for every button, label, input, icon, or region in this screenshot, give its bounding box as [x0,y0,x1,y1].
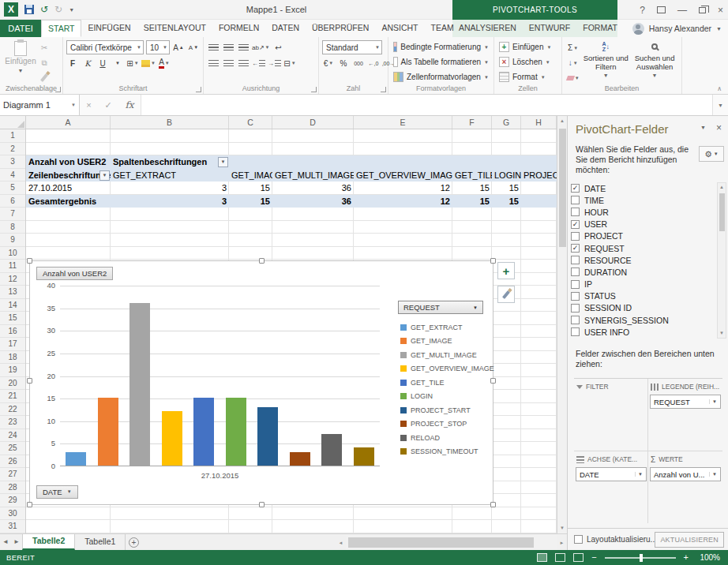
row-header-21[interactable]: 21 [0,390,25,403]
align-center-icon[interactable] [222,57,235,70]
scroll-down-icon[interactable]: ▼ [718,329,726,338]
row-header-12[interactable]: 12 [0,273,25,286]
bar-GET_IMAGE[interactable] [98,398,118,466]
legend-field-pill[interactable]: REQUEST▼ [650,395,721,409]
insert-function-icon[interactable]: fx [125,99,133,110]
cancel-icon[interactable]: × [86,100,91,110]
cell-E5[interactable]: 12 [354,181,452,195]
field-checkbox[interactable] [571,316,580,324]
zoom-out-icon[interactable]: − [591,553,596,562]
account-button[interactable]: Hansy Alexander ▼ [632,20,722,37]
row-header-10[interactable]: 10 [0,247,25,260]
cell-D5[interactable]: 36 [272,181,354,195]
chart-handle[interactable] [27,258,32,264]
bar-SESSION_TIMEOUT[interactable] [354,447,374,466]
row-header-2[interactable]: 2 [0,143,25,156]
row-header-19[interactable]: 19 [0,364,25,377]
percent-icon[interactable]: % [337,57,350,70]
chart-handle[interactable] [490,502,496,507]
column-header-E[interactable]: E [354,116,452,129]
fill-icon[interactable]: ↓▼ [565,56,580,69]
bar-LOGIN[interactable] [226,398,246,466]
tab-analysieren[interactable]: ANALYSIEREN [452,20,523,37]
field-checkbox[interactable] [571,292,580,301]
chart-handle[interactable] [259,258,265,264]
row-header-13[interactable]: 13 [0,286,25,299]
row-header-22[interactable]: 22 [0,403,25,417]
format-cells-button[interactable]: Format▼ [497,69,558,84]
increase-indent-icon[interactable]: → [268,57,281,70]
cell-D4[interactable]: GET_MULTI_IMAGE [272,169,354,182]
cell-C5[interactable]: 15 [229,181,272,195]
grid-cells[interactable]: Anzahl von USER2Spaltenbeschriftungen▼Ze… [26,129,557,533]
pane-close-icon[interactable]: × [716,122,722,133]
help-icon[interactable]: ? [640,5,645,16]
dialog-launcher-icon[interactable] [381,87,386,92]
minimize-icon[interactable]: — [677,5,687,16]
increase-decimal-icon[interactable]: ←,0 [367,57,380,70]
row-header-18[interactable]: 18 [0,351,25,365]
field-checkbox[interactable]: ✓ [571,244,580,253]
conditional-formatting-button[interactable]: Bedingte Formatierung▼ [392,39,490,54]
cell-G5[interactable]: 15 [492,181,521,195]
vertical-scrollbar[interactable]: ▲ ▼ [557,116,567,533]
cell-B6[interactable]: 3 [111,195,229,208]
row-header-4[interactable]: 4 [0,169,25,182]
axis-field-pill[interactable]: DATE▼ [576,467,647,481]
field-item-RESOURCE[interactable]: RESOURCE [571,254,716,266]
sheet-nav-prev-icon[interactable]: ◄ [0,534,11,550]
bar-PROJECT_STOP[interactable] [290,452,310,466]
decrease-indent-icon[interactable]: ← [252,57,265,70]
row-header-5[interactable]: 5 [0,181,25,195]
zoom-slider[interactable] [605,557,676,559]
field-checkbox[interactable] [571,280,580,289]
row-header-20[interactable]: 20 [0,377,25,391]
field-item-PROJECT[interactable]: PROJECT [571,230,716,242]
field-list-scroll-thumb[interactable] [719,193,725,231]
chart-handle[interactable] [259,502,265,507]
field-checkbox[interactable]: ✓ [571,220,580,229]
row-header-9[interactable]: 9 [0,234,25,247]
chart-handle[interactable] [490,378,496,384]
defer-layout-checkbox[interactable] [574,535,583,544]
row-header-7[interactable]: 7 [0,208,25,221]
tab-überprüfen[interactable]: ÜBERPRÜFEN [306,20,375,37]
row-header-11[interactable]: 11 [0,260,25,273]
align-top-icon[interactable] [207,41,220,54]
page-break-view-icon[interactable] [573,553,584,562]
sheet-tab-tabelle2[interactable]: Tabelle2 [22,534,75,550]
chart-styles-button[interactable] [497,286,515,303]
chart-elements-button[interactable]: + [497,262,515,279]
merge-center-icon[interactable]: ⊟▼ [283,57,296,70]
orientation-icon[interactable]: ab↗▼ [252,41,270,54]
scroll-right-icon[interactable]: ► [557,541,567,545]
cell-F4[interactable]: GET_TILE [452,169,492,182]
bar-GET_MULTI_IMAGE[interactable] [129,303,150,466]
field-checkbox[interactable] [571,208,580,216]
underline-dropdown-icon[interactable]: ▼ [111,57,124,70]
legend-field-button[interactable]: REQUEST▼ [398,301,483,314]
field-item-IP[interactable]: IP [571,279,716,290]
redo-icon[interactable]: ↻ [54,3,62,16]
row-header-23[interactable]: 23 [0,416,25,429]
tab-team[interactable]: TEAM [424,20,460,37]
align-right-icon[interactable] [237,57,250,70]
align-middle-icon[interactable] [222,41,235,54]
zoom-slider-thumb[interactable] [640,554,643,562]
field-checkbox[interactable] [571,256,580,264]
bar-GET_TILE[interactable] [193,398,214,466]
sort-filter-button[interactable]: AZ↓ Sortieren und Filtern▼ [582,39,629,84]
cell-E4[interactable]: GET_OVERVIEW_IMAGE [354,169,452,182]
row-header-17[interactable]: 17 [0,338,25,351]
restore-icon[interactable] [699,7,706,13]
axis-area[interactable]: ACHSE (KATE... DATE▼ [574,451,648,523]
borders-icon[interactable]: ⊞▼ [126,57,139,70]
dialog-launcher-icon[interactable] [196,87,201,92]
font-color-icon[interactable]: A▼ [158,57,171,70]
bar-PROJECT_START[interactable] [257,407,278,466]
find-select-button[interactable]: Suchen und Auswählen▼ [631,39,678,84]
tab-formeln[interactable]: FORMELN [212,20,265,37]
align-bottom-icon[interactable] [237,41,250,54]
pivot-chart[interactable]: Anzahl von USER2 0510152025303540 27.10.… [29,260,493,505]
page-layout-view-icon[interactable] [555,553,565,562]
